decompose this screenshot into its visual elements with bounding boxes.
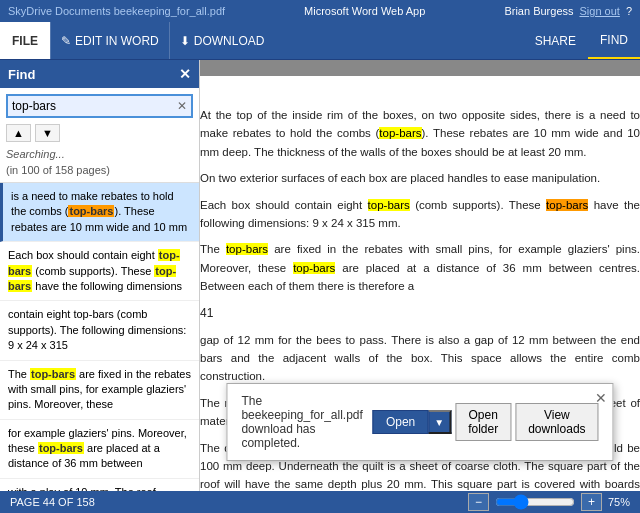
find-result-item[interactable]: is a need to make rebates to hold the co… bbox=[0, 183, 199, 242]
main-area: Find ✕ ✕ ▲ ▼ Searching... (in 100 of 158… bbox=[0, 60, 640, 491]
tab-file-label: FILE bbox=[12, 34, 38, 48]
notification-text: The beekeeping_for_all.pdf download has … bbox=[241, 394, 362, 450]
doc-paragraph: gap of 12 mm for the bees to pass. There… bbox=[200, 331, 640, 386]
find-result-item[interactable]: The top-bars are fixed in the rebates wi… bbox=[0, 361, 199, 420]
tab-download[interactable]: ⬇ DOWNLOAD bbox=[169, 22, 275, 59]
notification-close-button[interactable]: ✕ bbox=[595, 390, 607, 406]
tab-share-label: SHARE bbox=[535, 34, 576, 48]
find-result-text: for example glaziers' pins. Moreover, th… bbox=[8, 427, 187, 470]
find-clear-button[interactable]: ✕ bbox=[173, 99, 191, 113]
view-downloads-button[interactable]: View downloads bbox=[515, 403, 598, 441]
doc-paragraph: The top-bars are fixed in the rebates wi… bbox=[200, 240, 640, 295]
find-panel-close[interactable]: ✕ bbox=[179, 66, 191, 82]
find-result-item[interactable]: contain eight top-bars (comb supports). … bbox=[0, 301, 199, 360]
tab-edit-in-word-label: EDIT IN WORD bbox=[75, 34, 159, 48]
find-search-input[interactable] bbox=[8, 96, 173, 116]
find-next-button[interactable]: ▼ bbox=[35, 124, 60, 142]
zoom-controls: − + 75% bbox=[468, 493, 630, 511]
find-status: Searching... bbox=[0, 146, 199, 164]
view-downloads-label: View downloads bbox=[528, 408, 585, 436]
find-panel-title: Find bbox=[8, 67, 35, 82]
zoom-slider[interactable] bbox=[495, 494, 575, 510]
ribbon: FILE ✎ EDIT IN WORD ⬇ DOWNLOAD SHARE FIN… bbox=[0, 22, 640, 60]
find-result-item[interactable]: with a play of 10 mm. The roof contains … bbox=[0, 479, 199, 491]
page-number: 41 bbox=[200, 304, 640, 323]
username: Brian Burgess bbox=[504, 5, 573, 17]
find-prev-button[interactable]: ▲ bbox=[6, 124, 31, 142]
edit-icon: ✎ bbox=[61, 34, 71, 48]
zoom-level: 75% bbox=[608, 496, 630, 508]
open-folder-label: Open folder bbox=[468, 408, 498, 436]
find-panel-header: Find ✕ bbox=[0, 60, 199, 88]
find-result-text: with a play of 10 mm. The roof contains … bbox=[8, 486, 174, 491]
find-result-text: contain eight top-bars (comb supports). … bbox=[8, 308, 186, 351]
zoom-in-button[interactable]: + bbox=[581, 493, 602, 511]
zoom-out-button[interactable]: − bbox=[468, 493, 489, 511]
find-result-text: is a need to make rebates to hold the co… bbox=[11, 190, 187, 233]
doc-paragraph: On two exterior surfaces of each box are… bbox=[200, 169, 640, 187]
find-result-item[interactable]: Each box should contain eight top-bars (… bbox=[0, 242, 199, 301]
doc-paragraph: At the top of the inside rim of the boxe… bbox=[200, 106, 640, 161]
user-area: Brian Burgess Sign out ? bbox=[504, 5, 632, 17]
doc-paragraph: Each box should contain eight top-bars (… bbox=[200, 196, 640, 233]
tab-file[interactable]: FILE bbox=[0, 22, 50, 59]
tab-find-label: FIND bbox=[600, 33, 628, 47]
signout-link[interactable]: Sign out bbox=[580, 5, 620, 17]
app-title: Microsoft Word Web App bbox=[225, 5, 504, 17]
find-count: (in 100 of 158 pages) bbox=[6, 164, 193, 176]
document-area: At the top of the inside rim of the boxe… bbox=[200, 60, 640, 491]
find-result-item[interactable]: for example glaziers' pins. Moreover, th… bbox=[0, 420, 199, 479]
top-bar: SkyDrive Documents beekeeping_for_all.pd… bbox=[0, 0, 640, 22]
breadcrumb: SkyDrive Documents beekeeping_for_all.pd… bbox=[8, 5, 225, 17]
find-input-row: ✕ bbox=[6, 94, 193, 118]
find-result-text: The top-bars are fixed in the rebates wi… bbox=[8, 368, 191, 411]
open-file-button[interactable]: Open bbox=[373, 410, 428, 434]
download-icon: ⬇ bbox=[180, 34, 190, 48]
open-file-label: Open bbox=[386, 415, 415, 429]
find-panel: Find ✕ ✕ ▲ ▼ Searching... (in 100 of 158… bbox=[0, 60, 200, 491]
find-results-list: is a need to make rebates to hold the co… bbox=[0, 182, 199, 491]
page-info: PAGE 44 OF 158 bbox=[10, 496, 95, 508]
tab-edit-in-word[interactable]: ✎ EDIT IN WORD bbox=[50, 22, 169, 59]
open-button-group: Open ▼ bbox=[373, 410, 451, 434]
tab-find[interactable]: FIND bbox=[588, 22, 640, 59]
breadcrumb-text: SkyDrive Documents beekeeping_for_all.pd… bbox=[8, 5, 225, 17]
tab-share[interactable]: SHARE bbox=[523, 22, 588, 59]
open-dropdown-button[interactable]: ▼ bbox=[428, 410, 451, 434]
tab-download-label: DOWNLOAD bbox=[194, 34, 265, 48]
find-result-text: Each box should contain eight top-bars (… bbox=[8, 249, 182, 292]
help-icon[interactable]: ? bbox=[626, 5, 632, 17]
notification-actions: Open ▼ Open folder View downloads bbox=[373, 403, 599, 441]
status-bar: PAGE 44 OF 158 − + 75% bbox=[0, 491, 640, 513]
download-notification: ✕ The beekeeping_for_all.pdf download ha… bbox=[226, 383, 613, 461]
open-folder-button[interactable]: Open folder bbox=[455, 403, 511, 441]
